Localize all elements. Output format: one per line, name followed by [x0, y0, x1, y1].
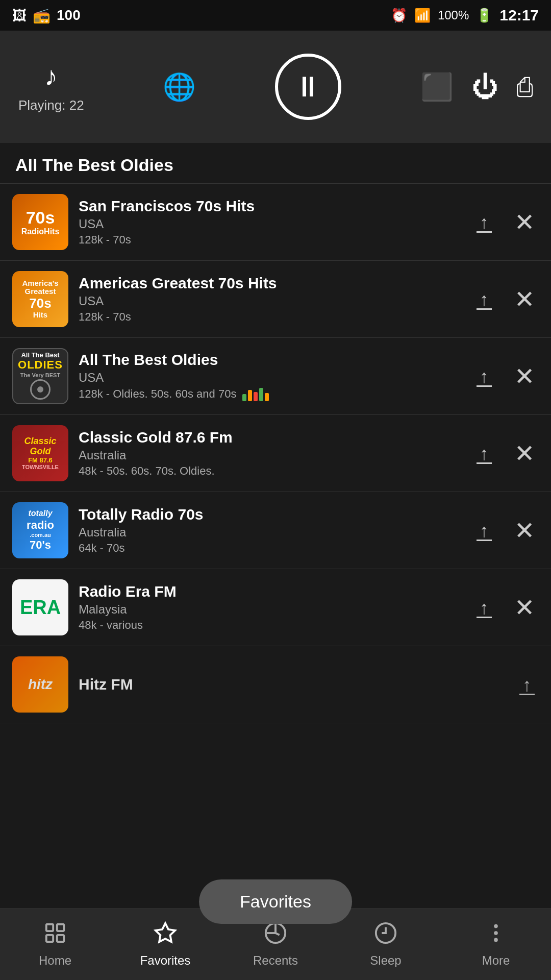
station-country-6: Malaysia	[79, 602, 462, 617]
station-name-5: Totally Radio 70s	[79, 506, 462, 523]
recents-icon	[264, 921, 287, 950]
station-logo-2: America's Greatest 70s Hits	[12, 271, 68, 327]
player-left: ♪ Playing: 22	[18, 61, 84, 113]
remove-button-4[interactable]: ✕	[510, 435, 539, 472]
remove-button-5[interactable]: ✕	[510, 512, 539, 549]
music-note-icon: ♪	[44, 61, 58, 91]
nav-more[interactable]: More	[441, 921, 551, 968]
eq-bar-3	[254, 392, 258, 401]
move-up-button-4[interactable]: ↑	[472, 439, 496, 468]
time-display: 12:17	[499, 7, 539, 24]
radio-list: 70s RadioHits San Franciscos 70s Hits US…	[0, 184, 551, 723]
station-item-4[interactable]: Classic Gold FM 87.6 TOWNSVILLE Classic …	[0, 415, 551, 492]
move-up-button-5[interactable]: ↑	[472, 516, 496, 545]
favorites-icon	[154, 921, 177, 950]
station-country-3: USA	[79, 371, 462, 385]
eq-bar-4	[259, 388, 263, 401]
svg-rect-0	[46, 924, 53, 931]
move-up-button-7[interactable]: ↑	[515, 670, 539, 699]
alarm-icon: ⏰	[391, 8, 407, 23]
favorites-toast[interactable]: Favorites	[199, 879, 352, 924]
station-country-2: USA	[79, 294, 462, 308]
station-info-6: Radio Era FM Malaysia 48k - various	[79, 583, 462, 632]
nav-sleep-label: Sleep	[370, 953, 401, 968]
station-meta-4: 48k - 50s. 60s. 70s. Oldies.	[79, 464, 462, 478]
station-actions-3: ↑ ✕	[472, 358, 539, 395]
station-logo-7: hitz	[12, 656, 68, 713]
svg-rect-3	[57, 935, 64, 942]
globe-icon: 🌐	[163, 71, 196, 103]
power-button[interactable]: ⏻	[472, 71, 498, 102]
remove-button-1[interactable]: ✕	[510, 204, 539, 240]
remove-button-3[interactable]: ✕	[510, 358, 539, 395]
nav-recents-label: Recents	[253, 953, 298, 968]
move-up-button-6[interactable]: ↑	[472, 593, 496, 622]
station-item-1[interactable]: 70s RadioHits San Franciscos 70s Hits US…	[0, 184, 551, 261]
status-bar: 🖼 📻 100 ⏰ 📶 100% 🔋 12:17	[0, 0, 551, 31]
move-up-button-1[interactable]: ↑	[472, 208, 496, 237]
station-name-1: San Franciscos 70s Hits	[79, 198, 462, 215]
station-country-5: Australia	[79, 525, 462, 540]
player-controls-right: ⬛ ⏻ ⎙	[420, 71, 533, 103]
svg-rect-2	[46, 935, 53, 942]
station-name-7: Hitz FM	[79, 676, 505, 693]
signal-strength: 100%	[438, 8, 469, 22]
share-button[interactable]: ⎙	[517, 71, 533, 102]
nav-sleep[interactable]: Sleep	[331, 921, 441, 968]
svg-point-9	[494, 938, 498, 942]
status-left: 🖼 📻 100	[12, 7, 81, 24]
station-name-4: Classic Gold 87.6 Fm	[79, 429, 462, 446]
station-name-2: Americas Greatest 70s Hits	[79, 275, 462, 292]
photo-icon: 🖼	[12, 7, 27, 24]
station-meta-3: 128k - Oldies. 50s. 60s and 70s	[79, 387, 462, 401]
move-up-button-2[interactable]: ↑	[472, 285, 496, 314]
station-logo-4: Classic Gold FM 87.6 TOWNSVILLE	[12, 425, 68, 481]
station-meta-6: 48k - various	[79, 619, 462, 632]
move-up-button-3[interactable]: ↑	[472, 362, 496, 391]
station-actions-6: ↑ ✕	[472, 589, 539, 626]
station-actions-1: ↑ ✕	[472, 204, 539, 240]
svg-point-8	[494, 931, 498, 935]
station-item-3[interactable]: All The Best OLDIES The Very BEST All Th…	[0, 338, 551, 415]
station-item-2[interactable]: America's Greatest 70s Hits Americas Gre…	[0, 261, 551, 338]
remove-button-2[interactable]: ✕	[510, 281, 539, 317]
notification-count: 100	[57, 7, 81, 23]
station-item-6[interactable]: ERA Radio Era FM Malaysia 48k - various …	[0, 569, 551, 646]
nav-favorites-label: Favorites	[140, 953, 191, 968]
station-name-3: All The Best Oldies	[79, 351, 462, 369]
station-info-1: San Franciscos 70s Hits USA 128k - 70s	[79, 198, 462, 247]
pause-button[interactable]: ⏸	[275, 54, 341, 120]
nav-home-label: Home	[39, 953, 71, 968]
eq-bar-5	[265, 393, 269, 401]
battery-icon: 🔋	[476, 8, 492, 23]
pause-icon: ⏸	[294, 72, 322, 101]
station-logo-1: 70s RadioHits	[12, 194, 68, 250]
station-item-7[interactable]: hitz Hitz FM ↑	[0, 646, 551, 723]
stop-button[interactable]: ⬛	[420, 71, 454, 103]
eq-bar-2	[248, 390, 252, 401]
player-globe: 🌐	[163, 71, 196, 103]
station-logo-6: ERA	[12, 579, 68, 635]
player-header: ♪ Playing: 22 🌐 ⏸ ⬛ ⏻ ⎙	[0, 31, 551, 143]
station-logo-5: totally radio .com.au 70's	[12, 502, 68, 558]
nav-home[interactable]: Home	[0, 921, 110, 968]
station-item-5[interactable]: totally radio .com.au 70's Totally Radio…	[0, 492, 551, 569]
svg-point-7	[494, 924, 498, 928]
remove-button-6[interactable]: ✕	[510, 589, 539, 626]
nav-recents[interactable]: Recents	[220, 921, 331, 968]
more-icon	[484, 921, 508, 950]
station-logo-3: All The Best OLDIES The Very BEST	[12, 348, 68, 404]
nav-more-label: More	[482, 953, 510, 968]
station-info-7: Hitz FM	[79, 676, 505, 693]
equalizer	[242, 387, 269, 401]
station-meta-5: 64k - 70s	[79, 542, 462, 555]
station-info-2: Americas Greatest 70s Hits USA 128k - 70…	[79, 275, 462, 324]
station-meta-1: 128k - 70s	[79, 233, 462, 247]
svg-rect-1	[57, 924, 64, 931]
nav-favorites[interactable]: Favorites	[110, 921, 220, 968]
station-actions-2: ↑ ✕	[472, 281, 539, 317]
station-actions-4: ↑ ✕	[472, 435, 539, 472]
station-name-6: Radio Era FM	[79, 583, 462, 600]
station-info-4: Classic Gold 87.6 Fm Australia 48k - 50s…	[79, 429, 462, 478]
station-actions-5: ↑ ✕	[472, 512, 539, 549]
